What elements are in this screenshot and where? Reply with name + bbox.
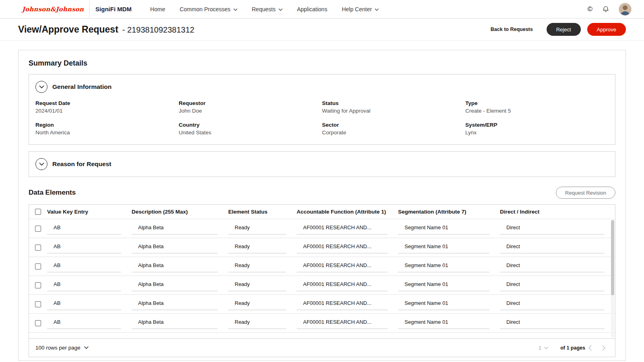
- description-cell: Alpha Beta: [132, 336, 218, 338]
- column-header-element-status: Element Status: [228, 209, 297, 215]
- jnj-logo[interactable]: Johnson&Johnson: [22, 6, 84, 13]
- table-row: AB Alpha Beta Ready AF00001 RESEARCH AND…: [29, 276, 615, 295]
- row-checkbox[interactable]: [35, 282, 41, 288]
- description-cell: Alpha Beta: [132, 241, 218, 253]
- chevron-down-icon: [84, 346, 89, 349]
- pagination: 1 of 1 pages: [539, 343, 609, 353]
- request-id: - 219381092381312: [122, 25, 194, 35]
- field-label: Type: [465, 100, 609, 106]
- field-value: 2024/01/01: [35, 108, 179, 114]
- field-label: Requestor: [179, 100, 322, 106]
- chevron-down-icon: [544, 347, 548, 349]
- segmentation-cell: Segment Name 01: [398, 222, 489, 234]
- element-status-cell: Ready: [228, 222, 286, 234]
- accountable-function-cell: AF00001 RESEARCH AND...: [297, 241, 388, 253]
- table-scrollbar-track: [611, 220, 614, 337]
- request-revision-button[interactable]: Request Revision: [556, 187, 615, 199]
- summary-card: Summary Details General Information Requ…: [18, 50, 626, 361]
- table-row: AB Alpha Beta Ready AF00001 RESEARCH AND…: [29, 219, 615, 238]
- value-key-cell: AB: [47, 336, 121, 338]
- chevron-down-icon: [375, 8, 379, 11]
- page-title: View/Approve Request - 219381092381312: [18, 24, 194, 35]
- accountable-function-cell: AF00001 RESEARCH AND...: [297, 298, 388, 310]
- nav-item-label: Requests: [252, 6, 276, 12]
- element-status-cell: Ready: [228, 298, 286, 310]
- row-checkbox[interactable]: [35, 245, 41, 251]
- app-brand: SigniFi MDM: [95, 6, 132, 12]
- value-key-cell: AB: [47, 317, 121, 329]
- description-cell: Alpha Beta: [132, 279, 218, 291]
- accountable-function-cell: AF00001 RESEARCH AND...: [297, 279, 388, 291]
- direct-indirect-cell: Direct: [500, 279, 605, 291]
- chevron-left-icon: [588, 345, 592, 351]
- accountable-function-cell: AF00001 RESEARCH AND...: [297, 222, 388, 234]
- page-number-select[interactable]: 1: [539, 345, 548, 351]
- nav-item[interactable]: Help Center: [334, 0, 386, 19]
- collapse-reason-for-request-button[interactable]: [35, 158, 47, 170]
- info-field: Requestor John Doe: [179, 100, 322, 114]
- nav-item[interactable]: Applications: [290, 0, 335, 19]
- column-header-direct-indirect: Direct / Indirect: [500, 209, 615, 215]
- value-key-cell: AB: [47, 298, 121, 310]
- element-status-cell: Ready: [228, 260, 286, 272]
- collapse-general-information-button[interactable]: [35, 81, 47, 93]
- top-nav: Johnson&Johnson SigniFi MDM Home Common …: [0, 0, 644, 19]
- element-status-cell: Ready: [228, 279, 286, 291]
- summary-details-title: Summary Details: [29, 59, 615, 68]
- previous-page-button[interactable]: [585, 343, 595, 353]
- select-all-checkbox[interactable]: [35, 209, 41, 215]
- rows-per-page-select[interactable]: 100 rows per page: [35, 345, 89, 351]
- info-field: Country United States: [179, 122, 322, 136]
- next-page-button[interactable]: [599, 343, 609, 353]
- chevron-down-icon: [39, 162, 44, 166]
- column-header-description: Description (255 Max): [132, 209, 228, 215]
- value-key-cell: AB: [47, 279, 121, 291]
- back-to-requests-link[interactable]: Back to Requests: [491, 27, 533, 32]
- nav-item[interactable]: Requests: [245, 0, 290, 19]
- column-header-accountable-function: Accountable Function (Attribute 1): [297, 209, 398, 215]
- accountable-function-cell: AF00001 RESEARCH AND...: [297, 336, 388, 338]
- segmentation-cell: Segment Name 01: [398, 241, 489, 253]
- data-elements-header: Data Elements Request Revision: [29, 187, 615, 199]
- copyright-icon[interactable]: ©: [587, 6, 592, 12]
- row-checkbox[interactable]: [35, 301, 41, 307]
- table-header-row: Value Key Entry Description (255 Max) El…: [29, 205, 615, 219]
- row-checkbox[interactable]: [35, 226, 41, 232]
- direct-indirect-cell: Direct: [500, 241, 605, 253]
- table-row: AB Alpha Beta Ready AF00001 RESEARCH AND…: [29, 257, 615, 276]
- nav-item-label: Help Center: [342, 6, 372, 12]
- nav-items: Home Common Processes Requests Applicati…: [143, 0, 386, 19]
- column-header-segmentation: Segmentation (Attribute 7): [398, 209, 500, 215]
- info-field: Sector Corporate: [322, 122, 465, 136]
- page-number: 1: [539, 345, 541, 351]
- column-header-value-key-entry: Value Key Entry: [47, 209, 132, 215]
- general-information-header: General Information: [35, 81, 609, 93]
- table-row: AB Alpha Beta Ready AF00001 RESEARCH AND…: [29, 238, 615, 257]
- table-body: AB Alpha Beta Ready AF00001 RESEARCH AND…: [29, 219, 615, 338]
- general-information-section: General Information Request Date 2024/01…: [29, 74, 615, 145]
- info-field: Type Create - Element 5: [465, 100, 609, 114]
- approve-button[interactable]: Approve: [587, 23, 626, 36]
- page-header: View/Approve Request - 219381092381312 B…: [0, 19, 644, 41]
- nav-item-label: Applications: [297, 6, 328, 12]
- field-label: Status: [322, 100, 465, 106]
- user-avatar[interactable]: [619, 3, 631, 15]
- row-checkbox[interactable]: [35, 263, 41, 269]
- element-status-cell: Ready: [228, 241, 286, 253]
- pages-count-label: of 1 pages: [560, 345, 585, 351]
- field-value: Corporate: [322, 130, 465, 136]
- table-scrollbar-thumb[interactable]: [611, 220, 614, 295]
- rows-per-page-label: 100 rows per page: [35, 345, 80, 351]
- field-label: Request Date: [35, 100, 179, 106]
- direct-indirect-cell: Direct: [500, 298, 605, 310]
- direct-indirect-cell: Direct: [500, 260, 605, 272]
- element-status-cell: Ready: [228, 317, 286, 329]
- nav-item[interactable]: Home: [143, 0, 172, 19]
- field-value: North America: [35, 130, 179, 136]
- field-value: United States: [179, 130, 322, 136]
- value-key-cell: AB: [47, 241, 121, 253]
- notifications-bell-icon[interactable]: [602, 5, 609, 13]
- reject-button[interactable]: Reject: [547, 23, 581, 36]
- row-checkbox[interactable]: [35, 320, 41, 326]
- nav-item[interactable]: Common Processes: [172, 0, 244, 19]
